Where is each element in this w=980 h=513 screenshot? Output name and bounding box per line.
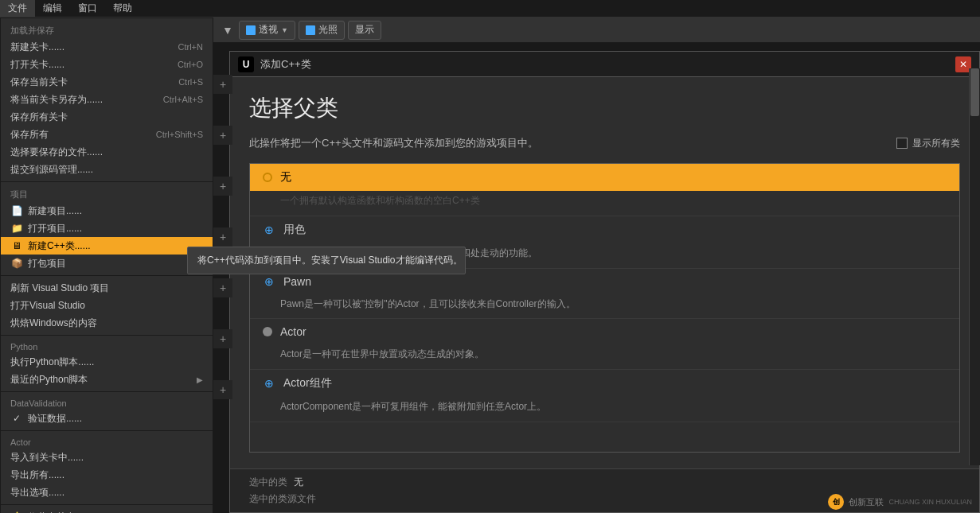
class-header-none[interactable]: 无 [250, 164, 959, 191]
datavalidation-section: DataValidation ✓ 验证数据...... [1, 392, 213, 431]
dropdown-icon: ▼ [222, 24, 233, 37]
class-list: 无 一个拥有默认构造函数和析构函数的空白C++类 ⊕ 用色 Character是… [249, 163, 960, 453]
plus-btn-4[interactable]: + [213, 227, 232, 247]
class-item-actor-component: ⊕ Actor组件 ActorComponent是一种可复用组件，能被附加到任意… [250, 370, 959, 422]
dialog-desc: 此操作将把一个C++头文件和源码文件添加到您的游戏项目中。 显示所有类 [249, 136, 960, 150]
validate-icon: ✓ [10, 412, 23, 425]
class-header-character[interactable]: ⊕ 用色 [250, 216, 959, 243]
class-item-actor: Actor Actor是一种可在世界中放置或动态生成的对象。 [250, 319, 959, 370]
menu-favorites[interactable]: ⭐ 收藏夹关卡 [1, 508, 213, 513]
project-section-title: 项目 [1, 185, 213, 202]
project-section: 项目 📄 新建项目...... 📁 打开项目...... 🖥 新建C++类...… [1, 182, 213, 276]
dialog-scrollbar[interactable] [969, 68, 980, 465]
actor-section-title: Actor [1, 434, 213, 449]
dialog-heading: 选择父类 [249, 93, 960, 123]
menu-file[interactable]: 文件 [0, 0, 35, 17]
dialog-scrollbar-thumb [970, 68, 979, 116]
python-section: Python 执行Python脚本...... 最近的Python脚本 ▶ [1, 336, 213, 392]
plus-btn-7[interactable]: + [213, 380, 232, 399]
class-dot-actor-component: ⊕ [263, 377, 275, 390]
menu-submit-source[interactable]: 提交到源码管理...... [1, 161, 213, 178]
menu-refresh-vs[interactable]: 刷新 Visual Studio 项目 [1, 279, 213, 297]
dialog-titlebar: U 添加C++类 ✕ [230, 52, 979, 77]
menu-new-level[interactable]: 新建关卡...... Ctrl+N [1, 38, 213, 56]
dialog-title: 添加C++类 [260, 57, 311, 72]
python-arrow-icon: ▶ [197, 375, 203, 384]
menu-help[interactable]: 帮助 [105, 0, 140, 17]
python-section-title: Python [1, 339, 213, 353]
menu-save-level[interactable]: 保存当前关卡 Ctrl+S [1, 73, 213, 91]
menu-import-level[interactable]: 导入到关卡中...... [1, 449, 213, 466]
menu-select-save[interactable]: 选择要保存的文件...... [1, 143, 213, 161]
save-section: 加载并保存 新建关卡...... Ctrl+N 打开关卡...... Ctrl+… [1, 18, 213, 182]
menu-save-as[interactable]: 将当前关卡另存为...... Ctrl+Alt+S [1, 91, 213, 108]
viewport-perspective-btn[interactable]: 透视 ▼ [239, 21, 295, 40]
menu-new-cpp-class[interactable]: 🖥 新建C++类...... [1, 237, 213, 255]
plus-btn-2[interactable]: + [213, 126, 232, 145]
class-name-none: 无 [280, 170, 291, 185]
menu-open-level[interactable]: 打开关卡...... Ctrl+O [1, 56, 213, 73]
menu-save-all[interactable]: 保存所有 Ctrl+Shift+S [1, 126, 213, 143]
class-item-pawn: ⊕ Pawn Pawn是一种可以被"控制"的Actor，且可以接收来自Contr… [250, 269, 959, 320]
class-name-actor-component: Actor组件 [283, 376, 332, 391]
perspective-chevron: ▼ [281, 26, 288, 34]
tooltip: 将C++代码添加到项目中。安装了Visual Studio才能编译代码。 [187, 247, 466, 274]
dialog: U 添加C++类 ✕ 选择父类 此操作将把一个C++头文件和源码文件添加到您的游… [229, 51, 980, 513]
datavalidation-title: DataValidation [1, 395, 213, 410]
package-icon: 📦 [10, 257, 23, 270]
plus-btn-5[interactable]: + [213, 278, 232, 297]
viewport-lighting-btn[interactable]: 光照 [299, 21, 345, 40]
plus-btn-3[interactable]: + [213, 177, 232, 196]
top-menubar: 文件 编辑 窗口 帮助 [0, 0, 980, 17]
vs-section: 刷新 Visual Studio 项目 打开Visual Studio 烘焙Wi… [1, 276, 213, 336]
dialog-title-left: U 添加C++类 [238, 56, 311, 72]
plus-btn-1[interactable]: + [213, 75, 232, 94]
menu-package-project[interactable]: 📦 打包项目 ▶ [1, 255, 213, 272]
actor-section: Actor 导入到关卡中...... 导出所有...... 导出选项...... [1, 431, 213, 505]
checkbox[interactable] [896, 138, 908, 149]
class-item-none: 无 一个拥有默认构造函数和析构函数的空白C++类 [250, 164, 959, 216]
bottom-brand: 创 创新互联 CHUANG XIN HUXULIAN [828, 494, 972, 510]
menu-edit[interactable]: 编辑 [35, 0, 70, 17]
menu-cook-windows[interactable]: 烘焙Windows的内容 [1, 314, 213, 332]
class-dot-actor [263, 327, 272, 336]
viewport-arrow-btn[interactable]: ▼ [220, 22, 236, 38]
cpp-icon: 🖥 [10, 239, 23, 252]
class-name-actor: Actor [280, 325, 306, 338]
unreal-logo: U [238, 56, 254, 72]
menu-validate-data[interactable]: ✓ 验证数据...... [1, 410, 213, 427]
dialog-overlay: U 添加C++类 ✕ 选择父类 此操作将把一个C++头文件和源码文件添加到您的游… [213, 43, 980, 513]
class-dot-pawn: ⊕ [263, 275, 275, 288]
class-dot-none [263, 173, 272, 182]
menu-new-project[interactable]: 📄 新建项目...... [1, 202, 213, 220]
menu-open-project[interactable]: 📁 打开项目...... [1, 220, 213, 237]
class-name-character: 用色 [283, 223, 306, 237]
class-desc-none: 一个拥有默认构造函数和析构函数的空白C++类 [250, 191, 959, 216]
menu-open-vs[interactable]: 打开Visual Studio [1, 297, 213, 314]
perspective-indicator [246, 25, 256, 35]
footer-row-class: 选中的类 无 [249, 476, 960, 489]
favorites-section: ⭐ 收藏夹关卡 [1, 505, 213, 513]
class-header-actor-component[interactable]: ⊕ Actor组件 [250, 370, 959, 397]
menu-run-python[interactable]: 执行Python脚本...... [1, 353, 213, 371]
menu-recent-python[interactable]: 最近的Python脚本 ▶ [1, 371, 213, 388]
class-dot-character: ⊕ [263, 223, 275, 236]
save-section-title: 加载并保存 [1, 21, 213, 38]
viewport-show-btn[interactable]: 显示 [348, 21, 381, 40]
class-desc-actor-component: ActorComponent是一种可复用组件，能被附加到任意Actor上。 [250, 397, 959, 422]
brand-logo: 创 [828, 494, 844, 510]
menu-save-all-levels[interactable]: 保存所有关卡 [1, 108, 213, 126]
class-header-actor[interactable]: Actor [250, 319, 959, 344]
show-all-checkbox[interactable]: 显示所有类 [896, 137, 960, 150]
open-project-icon: 📁 [10, 222, 23, 235]
left-panel: 加载并保存 新建关卡...... Ctrl+N 打开关卡...... Ctrl+… [0, 17, 213, 513]
menu-window[interactable]: 窗口 [70, 0, 105, 17]
viewport-toolbar: ▼ 透视 ▼ 光照 显示 [213, 17, 980, 43]
class-name-pawn: Pawn [283, 275, 311, 288]
menu-export-selection[interactable]: 导出选项...... [1, 484, 213, 501]
menu-export-all[interactable]: 导出所有...... [1, 466, 213, 484]
plus-btn-6[interactable]: + [213, 329, 232, 348]
context-menu: 加载并保存 新建关卡...... Ctrl+N 打开关卡...... Ctrl+… [0, 17, 213, 513]
plus-buttons-column: + + + + + + + [213, 75, 232, 399]
new-project-icon: 📄 [10, 204, 23, 217]
